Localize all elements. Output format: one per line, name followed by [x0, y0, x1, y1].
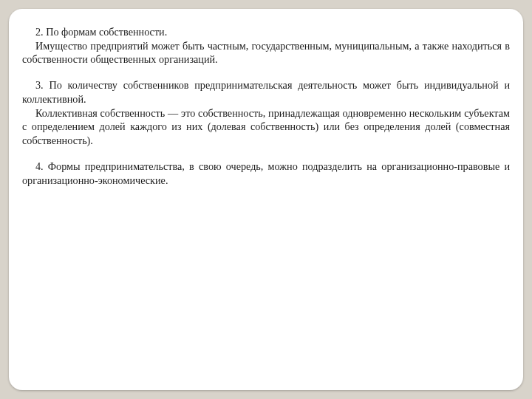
paragraph-entrepreneurship-forms: 4. Формы предпринимательства, в свою оче…: [22, 160, 510, 187]
paragraph-owner-count: 3. По количеству собственников предприни…: [22, 78, 510, 148]
text-line: 4. Формы предпринимательства, в свою оче…: [22, 160, 510, 186]
text-line: Коллективная собственность — это собстве…: [22, 106, 510, 148]
text-line: Имущество предприятий может быть частным…: [22, 39, 510, 66]
text-line: 3. По количеству собственников предприни…: [22, 78, 510, 106]
document-card: 2. По формам собственности. Имущество пр…: [9, 9, 523, 390]
text-line: 2. По формам собственности.: [22, 25, 510, 39]
paragraph-forms-ownership: 2. По формам собственности. Имущество пр…: [22, 25, 510, 66]
